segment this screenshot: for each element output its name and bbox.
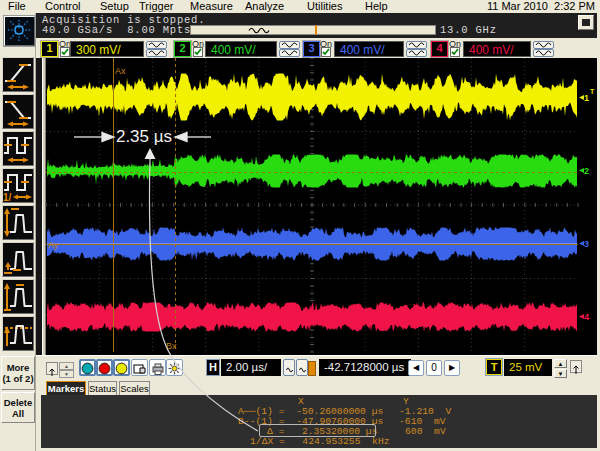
svg-text:1: 1 [584, 93, 589, 103]
svg-text:3: 3 [584, 239, 589, 249]
svg-text:4: 4 [584, 312, 589, 322]
svg-text:Ay: Ay [48, 240, 59, 250]
svg-text:2.35 µs: 2.35 µs [116, 127, 172, 146]
svg-text:2: 2 [584, 166, 589, 176]
svg-text:T: T [590, 88, 595, 95]
svg-text:1/: 1/ [3, 192, 12, 202]
svg-text:Bx: Bx [166, 341, 177, 351]
svg-text:Ax: Ax [115, 66, 126, 76]
